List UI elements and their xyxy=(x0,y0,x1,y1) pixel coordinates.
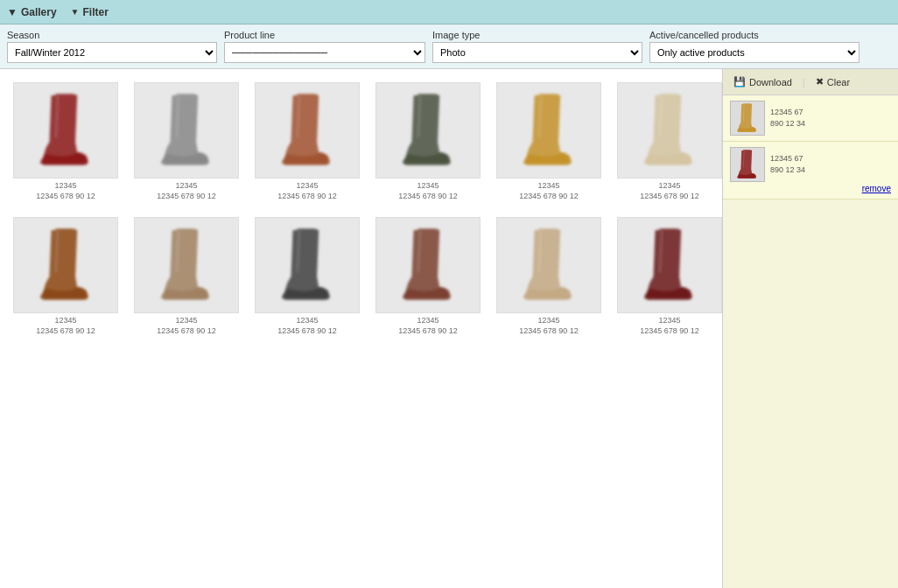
gallery-caption: 1234512345 678 90 12 xyxy=(277,316,337,336)
active-select[interactable]: Only active products All products Cancel… xyxy=(649,42,859,63)
download-button[interactable]: 💾 Download xyxy=(730,74,796,89)
gallery-item[interactable]: 1234512345 678 90 12 xyxy=(371,78,485,206)
gallery-item[interactable]: 1234512345 678 90 12 xyxy=(130,78,243,206)
gallery-thumbnail xyxy=(617,82,722,178)
product-filter-group: Product line ────────────── xyxy=(224,30,425,63)
gallery-icon: ▼ xyxy=(7,6,18,18)
image-filter-group: Image type Photo Sketch 3D xyxy=(432,30,642,63)
gallery-caption: 1234512345 678 90 12 xyxy=(36,316,95,336)
gallery-area: 1234512345 678 90 12 1234512345 678 90 1… xyxy=(0,69,723,588)
gallery-caption: 1234512345 678 90 12 xyxy=(398,316,458,336)
panel-thumbnail xyxy=(730,101,765,136)
gallery-grid: 1234512345 678 90 12 1234512345 678 90 1… xyxy=(9,78,713,341)
gallery-thumbnail xyxy=(617,217,722,313)
season-select[interactable]: Fall/Winter 2012 Spring/Summer 2012 Fall… xyxy=(7,42,217,63)
gallery-caption: 1234512345 678 90 12 xyxy=(157,316,216,336)
gallery-thumbnail xyxy=(134,82,239,178)
panel-thumbnail xyxy=(730,147,765,182)
gallery-nav-item[interactable]: ▼ Gallery xyxy=(7,6,57,18)
gallery-caption: 1234512345 678 90 12 xyxy=(640,316,699,336)
gallery-caption: 1234512345 678 90 12 xyxy=(640,181,699,201)
main-content: 1234512345 678 90 12 1234512345 678 90 1… xyxy=(0,69,898,588)
gallery-thumbnail xyxy=(496,82,601,178)
gallery-item[interactable]: 1234512345 678 90 12 xyxy=(613,213,723,340)
active-label: Active/cancelled products xyxy=(649,30,859,40)
gallery-caption: 1234512345 678 90 12 xyxy=(157,181,216,201)
gallery-item[interactable]: 1234512345 678 90 12 xyxy=(250,213,364,340)
clear-button[interactable]: ✖ Clear xyxy=(812,74,853,89)
gallery-caption: 1234512345 678 90 12 xyxy=(398,181,458,201)
gallery-thumbnail xyxy=(134,217,239,313)
panel-item: 12345 67890 12 34 xyxy=(723,95,898,142)
gallery-thumbnail xyxy=(375,82,481,178)
gallery-item[interactable]: 1234512345 678 90 12 xyxy=(371,213,485,340)
filter-label: Filter xyxy=(83,6,109,18)
top-bar: ▼ Gallery ▼ Filter xyxy=(0,0,898,24)
download-icon: 💾 xyxy=(733,76,746,88)
panel-item: 12345 67890 12 34remove xyxy=(723,142,898,200)
gallery-label: Gallery xyxy=(21,6,57,18)
gallery-thumbnail xyxy=(496,217,601,313)
active-filter-group: Active/cancelled products Only active pr… xyxy=(649,30,859,63)
image-label: Image type xyxy=(432,30,642,40)
gallery-thumbnail xyxy=(13,217,118,313)
clear-icon: ✖ xyxy=(816,76,824,88)
filters-row: Season Fall/Winter 2012 Spring/Summer 20… xyxy=(0,24,898,69)
clear-label: Clear xyxy=(827,77,850,88)
gallery-item[interactable]: 1234512345 678 90 12 xyxy=(492,78,606,206)
panel-item-row: 12345 67890 12 34 xyxy=(730,101,891,136)
right-panel: 💾 Download | ✖ Clear 12345 67890 12 34 xyxy=(723,69,898,588)
season-label: Season xyxy=(7,30,217,40)
gallery-item[interactable]: 1234512345 678 90 12 xyxy=(9,78,123,206)
product-select[interactable]: ────────────── xyxy=(224,42,425,63)
gallery-thumbnail xyxy=(255,82,360,178)
panel-item-info: 12345 67890 12 34 xyxy=(770,153,805,175)
gallery-item[interactable]: 1234512345 678 90 12 xyxy=(9,213,123,340)
image-select[interactable]: Photo Sketch 3D xyxy=(432,42,642,63)
panel-item-info: 12345 67890 12 34 xyxy=(770,107,805,129)
gallery-caption: 1234512345 678 90 12 xyxy=(519,316,579,336)
gallery-caption: 1234512345 678 90 12 xyxy=(277,181,337,201)
filter-icon: ▼ xyxy=(71,7,80,17)
product-label: Product line xyxy=(224,30,425,40)
filter-nav-item[interactable]: ▼ Filter xyxy=(71,6,109,18)
gallery-thumbnail xyxy=(255,217,360,313)
gallery-item[interactable]: 1234512345 678 90 12 xyxy=(130,213,243,340)
gallery-thumbnail xyxy=(375,217,481,313)
gallery-item[interactable]: 1234512345 678 90 12 xyxy=(613,78,723,206)
panel-item-row: 12345 67890 12 34 xyxy=(730,147,891,182)
gallery-item[interactable]: 1234512345 678 90 12 xyxy=(250,78,364,206)
panel-toolbar: 💾 Download | ✖ Clear xyxy=(723,69,898,95)
gallery-caption: 1234512345 678 90 12 xyxy=(36,181,95,201)
gallery-thumbnail xyxy=(13,82,118,178)
download-label: Download xyxy=(749,77,792,88)
gallery-item[interactable]: 1234512345 678 90 12 xyxy=(492,213,606,340)
season-filter-group: Season Fall/Winter 2012 Spring/Summer 20… xyxy=(7,30,217,63)
remove-link[interactable]: remove xyxy=(862,184,891,193)
gallery-caption: 1234512345 678 90 12 xyxy=(519,181,579,201)
